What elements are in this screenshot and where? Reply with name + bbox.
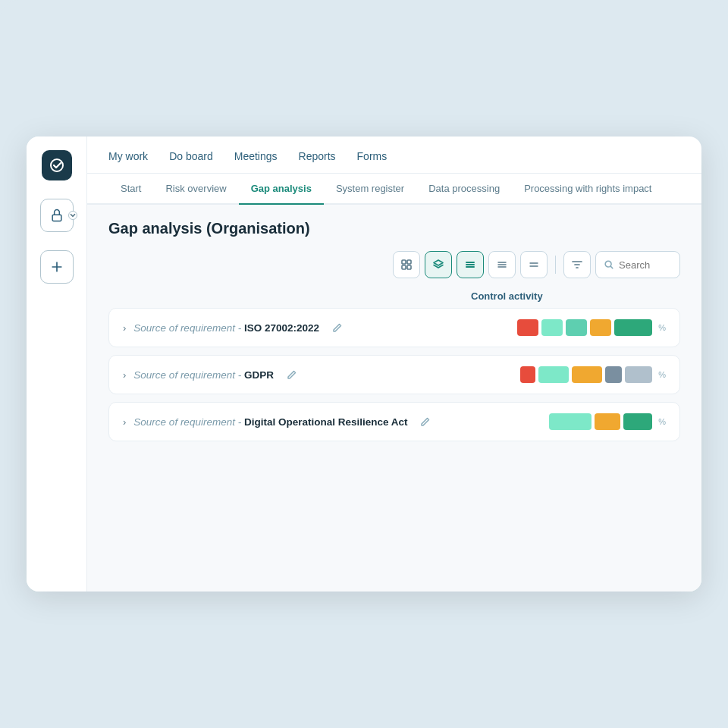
row-left-gdpr: › Source of requirement - GDPR [123,369,298,381]
svg-rect-3 [402,265,406,269]
control-activity-header: Control activity [471,290,668,302]
row-left-iso: › Source of requirement - ISO 27002:2022 [123,322,344,334]
bar-orange-gdpr [572,366,602,383]
row-label-dora: Source of requirement - Digital Operatio… [133,416,407,428]
bar-teal-dora [549,413,592,430]
toolbar [108,251,680,278]
bar-red-iso [517,319,538,336]
row-bars-dora: % [469,413,666,430]
edit-icon-iso[interactable] [331,322,344,334]
list-view-button[interactable] [457,251,484,278]
bar-red-gdpr [520,366,535,383]
nav-reports[interactable]: Reports [299,150,336,173]
svg-rect-4 [407,265,411,269]
nav-meetings[interactable]: Meetings [234,150,278,173]
bar-orange-iso [590,319,611,336]
toolbar-divider [555,256,556,274]
bar-teal-iso [566,319,587,336]
edit-icon-dora[interactable] [419,416,431,428]
pct-iso: % [658,323,666,332]
content-area: Gap analysis (Organisation) [87,205,701,592]
sidebar-chevron [68,211,77,220]
bar-green-dora [623,413,652,430]
tab-system-register[interactable]: System register [324,174,416,205]
expand-chevron-iso[interactable]: › [123,322,126,334]
row-bars-iso: % [469,319,666,336]
expand-chevron-gdpr[interactable]: › [123,369,126,381]
nav-do-board[interactable]: Do board [169,150,213,173]
sidebar [27,136,87,592]
table-row[interactable]: › Source of requirement - Digital Operat… [108,402,680,441]
grid-view-button[interactable] [393,251,420,278]
sidebar-item-lock[interactable] [40,199,74,232]
sub-nav: Start Risk overview Gap analysis System … [87,174,701,205]
bar-orange-dora [595,413,620,430]
row-label-iso: Source of requirement - ISO 27002:2022 [133,322,319,334]
tab-risk-overview[interactable]: Risk overview [153,174,238,205]
svg-rect-1 [402,260,406,264]
nav-forms[interactable]: Forms [357,150,388,173]
bar-gray-gdpr [625,366,652,383]
app-logo [42,150,72,180]
search-icon [604,259,614,270]
nav-my-work[interactable]: My work [108,150,148,173]
row-bars-gdpr: % [469,366,666,383]
top-nav: My work Do board Meetings Reports Forms [87,136,701,174]
list-thin-view-button[interactable] [488,251,516,278]
main-content: My work Do board Meetings Reports Forms … [87,136,701,592]
tab-gap-analysis[interactable]: Gap analysis [239,174,324,205]
search-input[interactable] [619,259,672,271]
pct-gdpr: % [658,370,666,379]
table-row[interactable]: › Source of requirement - ISO 27002:2022 [108,308,680,347]
pct-dora: % [658,417,666,426]
bar-teal-light-iso [541,319,563,336]
expand-chevron-dora[interactable]: › [123,416,126,428]
edit-icon-gdpr[interactable] [286,369,298,381]
row-label-gdpr: Source of requirement - GDPR [133,369,274,381]
svg-rect-0 [52,215,61,221]
table-column-headers: Control activity [108,290,680,308]
svg-rect-2 [407,260,411,264]
search-box[interactable] [595,251,680,278]
page-title: Gap analysis (Organisation) [108,220,680,237]
tab-processing-rights[interactable]: Processing with rights impact [512,174,664,205]
bar-slate-gdpr [605,366,622,383]
table-row[interactable]: › Source of requirement - GDPR [108,355,680,394]
layers-view-button[interactable] [425,251,452,278]
svg-line-14 [610,266,613,268]
row-left-dora: › Source of requirement - Digital Operat… [123,416,431,428]
list-minimal-view-button[interactable] [520,251,548,278]
bar-teal-gdpr [538,366,569,383]
tab-data-processing[interactable]: Data processing [416,174,512,205]
sidebar-item-add[interactable] [40,250,74,284]
filter-button[interactable] [563,251,591,278]
tab-start[interactable]: Start [108,174,153,205]
bar-green-iso [614,319,652,336]
